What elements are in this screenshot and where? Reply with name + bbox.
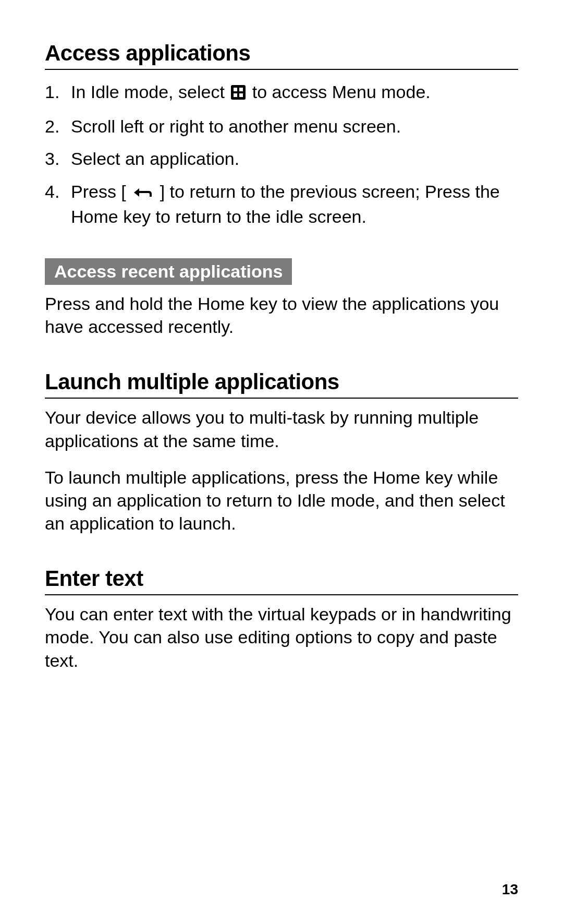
heading-access-applications: Access applications <box>45 41 518 70</box>
svg-rect-1 <box>234 88 237 91</box>
step-4-text-a: Press [ <box>71 182 126 201</box>
step-1-text-a: In Idle mode, select <box>71 82 229 102</box>
step-1-text-b: to access Menu mode. <box>252 82 431 102</box>
manual-page: Access applications In Idle mode, select… <box>0 0 563 924</box>
access-applications-steps: In Idle mode, select to access Menu mode… <box>45 80 518 228</box>
sub-heading-recent-apps: Access recent applications <box>45 258 292 285</box>
enter-text-p1: You can enter text with the virtual keyp… <box>45 603 518 672</box>
svg-rect-3 <box>234 93 237 97</box>
step-3: Select an application. <box>45 147 518 170</box>
svg-rect-0 <box>231 85 246 100</box>
recent-apps-text: Press and hold the Home key to view the … <box>45 292 518 338</box>
launch-multiple-p2: To launch multiple applications, press t… <box>45 466 518 535</box>
page-number: 13 <box>502 881 518 898</box>
svg-rect-2 <box>239 88 243 91</box>
svg-rect-4 <box>239 93 243 97</box>
step-2: Scroll left or right to another menu scr… <box>45 115 518 138</box>
launch-multiple-p1: Your device allows you to multi-task by … <box>45 406 518 452</box>
return-key-icon <box>132 182 154 205</box>
step-1: In Idle mode, select to access Menu mode… <box>45 80 518 105</box>
step-4: Press [ ] to return to the previous scre… <box>45 180 518 228</box>
heading-enter-text: Enter text <box>45 566 518 595</box>
menu-grid-icon <box>230 82 246 105</box>
heading-launch-multiple: Launch multiple applications <box>45 369 518 399</box>
